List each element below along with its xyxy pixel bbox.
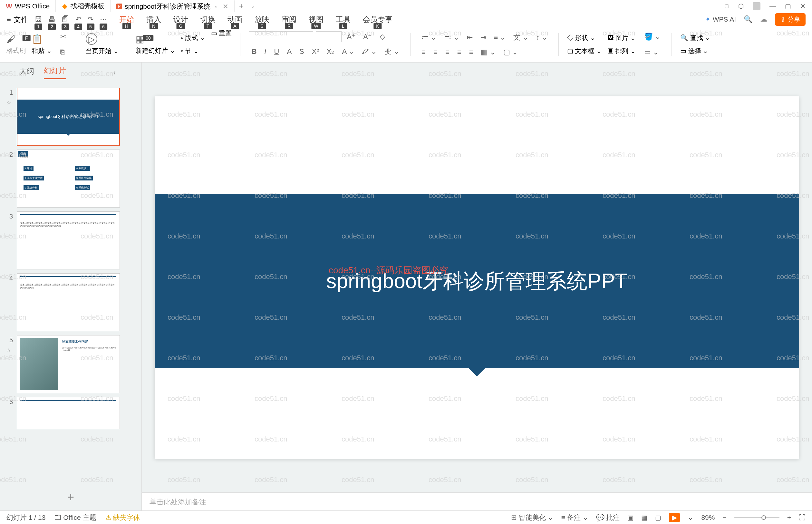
print-preview-icon[interactable]: 🗐3	[62, 15, 69, 23]
file-menu[interactable]: ≡ 文件 F	[6, 15, 28, 24]
tab-dropdown[interactable]: ⌄	[248, 3, 258, 9]
paste-label[interactable]: 粘贴 ⌄	[32, 46, 52, 55]
wps-ai-button[interactable]: ✦ WPS AI	[705, 15, 736, 23]
line-spacing-icon[interactable]: ≡ ⌄	[492, 32, 509, 43]
from-current-label[interactable]: 当页开始 ⌄	[86, 47, 119, 55]
arrange-button[interactable]: ▣ 排列 ⌄	[608, 47, 636, 55]
tab-start[interactable]: 开始H	[119, 15, 134, 24]
thumb-3[interactable]: 文本内容文本内容文本内容文本内容文本内容文本内容文本内容文本内容文本内容文本内容…	[17, 211, 120, 269]
search-icon[interactable]: 🔍	[744, 15, 752, 23]
minimize-icon[interactable]: —	[769, 2, 776, 10]
undo-icon[interactable]: ↶4	[76, 15, 81, 23]
font-family-select[interactable]	[249, 31, 313, 42]
indent-dec-icon[interactable]: ⇤	[464, 32, 475, 43]
shape-button[interactable]: ◇ 形状 ⌄	[567, 33, 601, 42]
tab-member[interactable]: 会员专享K	[363, 15, 393, 24]
reading-view-icon[interactable]: ▢	[655, 514, 661, 521]
thumb-row-3[interactable]: 3 文本内容文本内容文本内容文本内容文本内容文本内容文本内容文本内容文本内容文本…	[0, 210, 142, 271]
reset-button[interactable]: ▭ 重置	[211, 29, 232, 38]
tab-menu-icon[interactable]: ▫	[215, 3, 217, 10]
beautify-button[interactable]: ⊞ 智能美化 ⌄	[511, 513, 553, 522]
tab-animation[interactable]: 动画A	[228, 15, 242, 24]
canvas-scroll[interactable]: springboot牙科诊所管理系统PPT	[142, 63, 812, 492]
close-icon[interactable]: ✕	[223, 3, 229, 10]
change-case-icon[interactable]: 变 ⌄	[382, 46, 402, 58]
clear-format-icon[interactable]: ◇	[377, 31, 388, 42]
tab-tools[interactable]: 工具L	[336, 15, 351, 24]
distribute-icon[interactable]: ≡	[467, 47, 476, 58]
strikethrough-icon[interactable]: A	[284, 46, 294, 57]
bold-icon[interactable]: B	[249, 46, 259, 57]
thumb-row-1[interactable]: 1 ☆ springboot牙科诊所管理系统PPT	[0, 86, 142, 148]
tab-wps-office[interactable]: W WPS Office	[0, 0, 56, 12]
numbering-icon[interactable]: ≕ ⌄	[442, 32, 461, 43]
convert-icon[interactable]: ▢ ⌄	[501, 47, 520, 58]
copy-icon[interactable]: ⎘	[58, 47, 69, 58]
underline-icon[interactable]: U	[271, 46, 282, 57]
tab-review[interactable]: 审阅R	[282, 15, 296, 24]
star-icon[interactable]: ☆	[6, 100, 13, 106]
image-button[interactable]: 🖼 图片 ⌄	[608, 33, 636, 42]
close-window-icon[interactable]: ✕	[800, 2, 806, 10]
thumb-row-4[interactable]: 4 文本内容文本内容文本内容文本内容文本内容文本内容文本内容文本内容文本内容文本…	[0, 271, 142, 333]
slideshow-button[interactable]: ▶	[669, 513, 680, 522]
slideshow-dropdown[interactable]: ⌄	[687, 514, 693, 521]
layout-button[interactable]: ▫ 版式 ⌄	[181, 33, 205, 42]
columns-icon[interactable]: ▥ ⌄	[478, 47, 498, 58]
font-size-select[interactable]	[316, 31, 342, 42]
zoom-slider[interactable]	[734, 517, 779, 518]
comment-button[interactable]: 💬 批注	[596, 513, 620, 522]
more-icon[interactable]: ⋯6	[100, 15, 107, 23]
new-slide-icon[interactable]: ▦	[136, 34, 175, 45]
thumb-5[interactable]: 论文主要工作内容 文本内容文本内容文本内容文本内容文本内容文本内容文本内容文本内…	[17, 335, 120, 393]
tab-transition[interactable]: 切换T	[200, 15, 215, 24]
textbox-button[interactable]: ▢ 文本框 ⌄	[567, 47, 601, 55]
align-center-icon[interactable]: ≡	[431, 47, 440, 58]
note-button[interactable]: ≡ 备注 ⌄	[561, 513, 589, 522]
zoom-in-icon[interactable]: +	[787, 514, 791, 521]
tab-design[interactable]: 设计G	[173, 15, 188, 24]
redo-icon[interactable]: ↷5	[88, 15, 94, 23]
tab-slides[interactable]: 幻灯片	[44, 66, 66, 79]
share-button[interactable]: ⇪ 分享	[775, 13, 806, 26]
thumb-row-5[interactable]: 5 ☆ 论文主要工作内容 文本内容文本内容文本内容文本内容文本内容文本内容文本内…	[0, 333, 142, 395]
thumb-1[interactable]: springboot牙科诊所管理系统PPT	[17, 88, 120, 146]
new-slide-label[interactable]: 新建幻灯片 ⌄	[136, 46, 175, 55]
tab-document[interactable]: P springboot牙科诊所管理系统 ▫ ✕	[111, 0, 235, 12]
tab-insert[interactable]: 插入N	[146, 15, 161, 24]
avatar[interactable]	[753, 2, 760, 10]
cut-icon[interactable]: ✂	[58, 31, 69, 42]
tab-slideshow[interactable]: 放映S	[254, 15, 269, 24]
tab-view[interactable]: 视图W	[309, 15, 324, 24]
theme-indicator[interactable]: 🗔 Office 主题	[54, 513, 96, 522]
star-icon[interactable]: ☆	[6, 347, 13, 353]
save-icon[interactable]: 🖫1	[35, 15, 42, 23]
font-color-icon[interactable]: A ⌄	[339, 46, 357, 57]
normal-view-icon[interactable]: ▣	[627, 514, 633, 521]
slide[interactable]: springboot牙科诊所管理系统PPT	[155, 96, 799, 459]
increase-font-icon[interactable]: A⁺	[344, 31, 358, 42]
thumb-row-2[interactable]: 2 目录 content 1 绪论 2 系统关键技术 3 系统分析 4 系统设计…	[0, 148, 142, 210]
fit-icon[interactable]: ⛶	[799, 514, 806, 521]
thumb-2[interactable]: 目录 content 1 绪论 2 系统关键技术 3 系统分析 4 系统设计 5…	[17, 149, 120, 208]
thumb-row-6[interactable]: 6	[0, 395, 142, 431]
align-left-icon[interactable]: ≡	[419, 47, 428, 58]
decrease-font-icon[interactable]: A⁻	[361, 31, 375, 42]
section-button[interactable]: ▫ 节 ⌄	[181, 47, 205, 55]
cloud-icon[interactable]: ☁	[760, 15, 767, 23]
slide-counter[interactable]: 幻灯片 1 / 13	[6, 513, 46, 522]
zoom-out-icon[interactable]: −	[723, 514, 726, 521]
collapse-icon[interactable]: ‹	[113, 68, 116, 77]
shape-outline-icon[interactable]: ▭ ⌄	[642, 47, 663, 58]
maximize-icon[interactable]: ▢	[785, 2, 791, 10]
paste-icon[interactable]: 📋	[32, 34, 52, 45]
tab-outline[interactable]: 大纲	[19, 66, 34, 79]
indent-inc-icon[interactable]: ⇥	[478, 32, 489, 43]
new-tab-button[interactable]: +	[235, 2, 248, 11]
play-icon[interactable]: ▷	[86, 33, 97, 45]
align-right-icon[interactable]: ≡	[443, 47, 452, 58]
window-copy-icon[interactable]: ⧉	[725, 2, 729, 10]
thumb-6[interactable]	[17, 397, 120, 429]
align-text-icon[interactable]: ↕ ⌄	[534, 32, 550, 43]
print-icon[interactable]: 🖶2	[48, 15, 55, 23]
